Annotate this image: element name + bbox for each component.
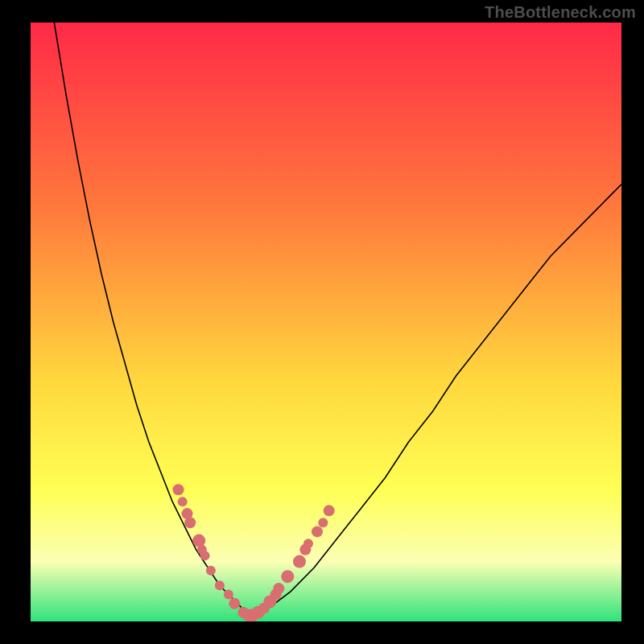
chart-svg — [31, 23, 621, 621]
data-point — [281, 570, 294, 583]
watermark-text: TheBottleneck.com — [485, 3, 636, 22]
data-point — [200, 551, 210, 560]
data-point — [184, 517, 196, 528]
data-point — [303, 539, 313, 548]
data-point — [312, 526, 323, 537]
gradient-background — [31, 23, 621, 621]
data-point — [178, 497, 188, 506]
data-point — [224, 590, 233, 600]
data-point — [229, 598, 240, 609]
data-point — [215, 580, 225, 590]
plot-area — [31, 23, 621, 621]
chart-frame: TheBottleneck.com — [0, 0, 644, 644]
data-point — [273, 583, 284, 594]
data-point — [173, 484, 184, 495]
data-point — [293, 555, 306, 568]
data-point — [206, 566, 216, 576]
data-point — [318, 518, 328, 527]
data-point — [324, 505, 335, 516]
